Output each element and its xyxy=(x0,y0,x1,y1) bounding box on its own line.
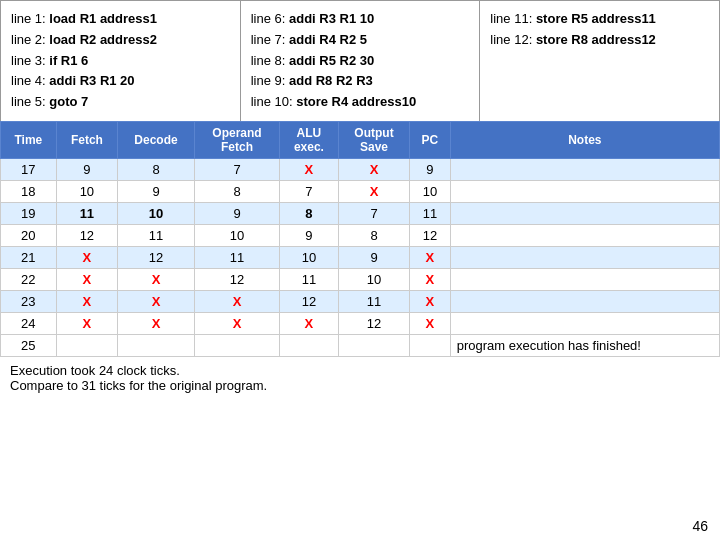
col-header-operand-fetch: Operand Fetch xyxy=(195,121,280,158)
notes-cell xyxy=(450,202,719,224)
page-number: 46 xyxy=(692,518,708,534)
notes-cell: program execution has finished! xyxy=(450,334,719,356)
table-row: 21X1211109X xyxy=(1,246,720,268)
notes-cell xyxy=(450,246,719,268)
top-col-2: line 6: addi R3 R1 10line 7: addi R4 R2 … xyxy=(241,1,481,121)
top-col-3: line 11: store R5 address11line 12: stor… xyxy=(480,1,719,121)
footer: Execution took 24 clock ticks. Compare t… xyxy=(0,357,720,399)
notes-cell xyxy=(450,158,719,180)
footer-line2: Compare to 31 ticks for the original pro… xyxy=(10,378,710,393)
col-header-notes: Notes xyxy=(450,121,719,158)
footer-line1: Execution took 24 clock ticks. xyxy=(10,363,710,378)
table-row: 22XX121110X xyxy=(1,268,720,290)
table-row: 24XXXX12X xyxy=(1,312,720,334)
notes-cell xyxy=(450,180,719,202)
table-row: 25program execution has finished! xyxy=(1,334,720,356)
col-header-alu-exec: ALU exec. xyxy=(280,121,339,158)
col-header-output-save: Output Save xyxy=(338,121,409,158)
pipeline-table: Time Fetch Decode Operand Fetch ALU exec… xyxy=(0,121,720,357)
col-header-time: Time xyxy=(1,121,57,158)
notes-cell xyxy=(450,268,719,290)
top-section: line 1: load R1 address1line 2: load R2 … xyxy=(0,0,720,121)
top-col-1: line 1: load R1 address1line 2: load R2 … xyxy=(1,1,241,121)
table-row: 1810987X10 xyxy=(1,180,720,202)
table-row: 23XXX1211X xyxy=(1,290,720,312)
notes-cell xyxy=(450,224,719,246)
table-row: 19111098711 xyxy=(1,202,720,224)
table-row: 201211109812 xyxy=(1,224,720,246)
notes-cell xyxy=(450,312,719,334)
table-row: 17987XX9 xyxy=(1,158,720,180)
col-header-pc: PC xyxy=(410,121,450,158)
notes-cell xyxy=(450,290,719,312)
col-header-decode: Decode xyxy=(118,121,195,158)
col-header-fetch: Fetch xyxy=(56,121,117,158)
